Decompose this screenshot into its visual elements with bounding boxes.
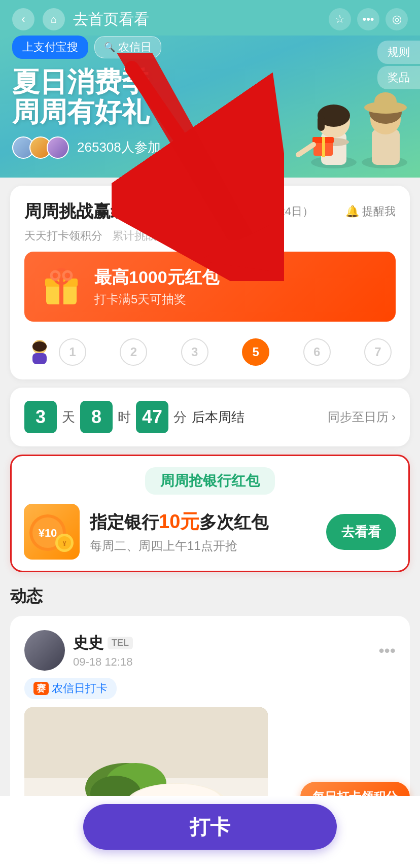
top-navigation: ‹ ⌂ 去首页看看 ☆ ••• ◎ [0, 0, 420, 36]
star-icon: ☆ [335, 13, 345, 26]
search-query-label: 农信日 [118, 40, 152, 55]
post-tag[interactable]: 赛 农信日打卡 [24, 678, 117, 699]
post-more-button[interactable]: ••• [378, 641, 396, 660]
more-dots-icon: ••• [378, 641, 396, 659]
star-button[interactable]: ☆ [329, 8, 351, 30]
alipay-search-tag[interactable]: 上支付宝搜 [12, 36, 88, 59]
day-7: 7 [364, 338, 392, 366]
svg-line-15 [298, 145, 313, 155]
bank-rp-button[interactable]: 去看看 [326, 514, 396, 550]
scan-button[interactable]: ◎ [386, 8, 408, 30]
svg-rect-14 [322, 137, 325, 157]
countdown-suffix: 后本周结 [192, 408, 244, 426]
bank-rp-text: 指定银行10元多次红包 每周二、周四上午11点开抢 [90, 509, 316, 553]
bank-rp-icon: ¥10 ¥ [24, 504, 80, 560]
hero-decoration [268, 36, 420, 178]
bell-icon: 🔔 [345, 205, 359, 218]
redpacket-promo: 最高1000元红包 打卡满5天可抽奖 [24, 252, 396, 322]
svg-point-24 [32, 341, 47, 352]
challenge-title: 周周挑战赢红包 [24, 200, 145, 223]
checkin-row: 1 2 3 5 6 7 [24, 332, 396, 367]
challenge-card: 周周挑战赢红包 第4周（9月18日-9月24日） 🔔 提醒我 天天打卡领积分 累… [10, 186, 410, 379]
redpacket-text: 最高1000元红包 打卡满5天可抽奖 [94, 266, 381, 307]
bank-rp-title: 周周抢银行红包 [145, 467, 275, 495]
hero-banner: 上支付宝搜 🔍 农信日 规则 奖品 夏日消费季 周周有好礼 265 [0, 36, 420, 178]
day-3: 3 [181, 338, 208, 366]
countdown-card: 3 天 8 时 47 分 后本周结 同步至日历 › [10, 388, 410, 446]
rp-sub-text: 打卡满5天可抽奖 [94, 291, 381, 307]
add-person-icon: 👤+ [169, 140, 193, 155]
day-2: 2 [120, 338, 147, 366]
bank-rp-main-text: 指定银行10元多次红包 [90, 509, 316, 534]
reminder-button[interactable]: 🔔 提醒我 [345, 204, 396, 219]
svg-text:¥: ¥ [63, 540, 66, 547]
hero-figures-svg [268, 41, 420, 178]
countdown-left: 3 天 8 时 47 分 后本周结 [24, 401, 244, 433]
avatar [47, 136, 69, 159]
calendar-sync-button[interactable]: 同步至日历 › [328, 409, 396, 425]
countdown-days: 3 [24, 401, 57, 433]
rp-main-text: 最高1000元红包 [94, 266, 381, 289]
home-button[interactable]: ⌂ [43, 8, 65, 30]
bank-rp-header: 周周抢银行红包 [24, 467, 396, 495]
day-5: 5 [242, 338, 269, 366]
gift-svg [41, 266, 82, 307]
days-track: 1 2 3 5 6 7 [55, 338, 396, 366]
countdown-minutes: 47 [136, 401, 168, 433]
bank-rp-sub-text: 每周二、周四上午11点开抢 [90, 538, 316, 554]
svg-rect-7 [372, 129, 400, 165]
back-icon: ‹ [21, 13, 25, 26]
bank-redpacket-section: 周周抢银行红包 ¥10 ¥ 指定 [10, 455, 410, 572]
svg-text:¥10: ¥10 [39, 527, 57, 539]
post-time: 09-18 12:18 [73, 655, 378, 669]
svg-rect-23 [32, 353, 47, 364]
coin-svg: ¥10 ¥ [26, 506, 77, 557]
agri-search-tag[interactable]: 🔍 农信日 [94, 36, 161, 58]
more-button[interactable]: ••• [357, 8, 379, 30]
punch-button[interactable]: 打卡 [83, 804, 337, 850]
chevron-right-icon: › [392, 410, 396, 424]
svg-rect-5 [318, 116, 325, 131]
post-avatar [24, 630, 65, 671]
days-unit: 天 [62, 408, 75, 426]
tag-badge: 赛 [33, 682, 49, 695]
back-button[interactable]: ‹ [12, 8, 34, 30]
challenge-subtitle: 天天打卡领积分 累计挑战0次 [24, 227, 396, 244]
scan-icon: ◎ [392, 13, 402, 26]
main-content: 周周挑战赢红包 第4周（9月18日-9月24日） 🔔 提醒我 天天打卡领积分 累… [0, 186, 420, 868]
hours-unit: 时 [118, 408, 131, 426]
countdown-hours: 8 [80, 401, 113, 433]
post-header: 史史 TEL 09-18 12:18 ••• [24, 630, 396, 671]
bank-rp-amount: 10元 [159, 511, 199, 532]
bank-rp-row: ¥10 ¥ 指定银行10元多次红包 每周二、周四上午11点开抢 去看看 [24, 504, 396, 560]
bottom-cta-bar: 打卡 [0, 796, 420, 868]
svg-point-11 [374, 92, 397, 111]
gift-icon-area [39, 264, 84, 309]
day-1: 1 [59, 338, 86, 366]
minutes-unit: 分 [173, 408, 187, 426]
checkin-character [24, 337, 55, 367]
add-person-button[interactable]: 👤+ [169, 135, 193, 160]
post-user-info: 史史 TEL 09-18 12:18 [73, 633, 378, 669]
more-icon: ••• [362, 13, 374, 26]
dynamics-title: 动态 [10, 585, 410, 608]
day-6: 6 [303, 338, 331, 366]
alipay-search-label: 上支付宝搜 [22, 41, 78, 53]
avatar-group [12, 136, 69, 159]
username-badge: TEL [108, 637, 133, 649]
week-info: 第4周（9月18日-9月24日） [177, 204, 313, 219]
participant-count: 265308人参加 [77, 138, 161, 156]
post-username: 史史 TEL [73, 633, 378, 653]
home-icon: ⌂ [51, 14, 57, 25]
nav-title: 去首页看看 [73, 9, 149, 30]
